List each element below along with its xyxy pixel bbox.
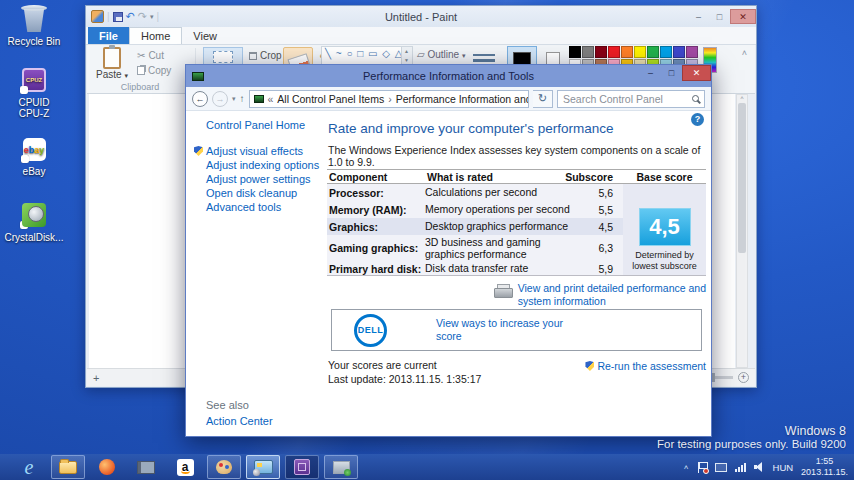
- back-button[interactable]: ←: [192, 91, 208, 107]
- taskbar-explorer-button[interactable]: [51, 455, 85, 479]
- cp-sidebar: Control Panel Home Adjust visual effects…: [186, 111, 324, 436]
- print-details-link[interactable]: View and print detailed performance and …: [494, 282, 706, 308]
- cp-title-bar: Performance Information and Tools – □ ✕: [186, 65, 711, 87]
- palette-color[interactable]: [686, 46, 698, 58]
- maximize-button[interactable]: □: [709, 9, 730, 24]
- palette-color[interactable]: [621, 46, 633, 58]
- scroll-up-icon[interactable]: ˄: [737, 95, 747, 101]
- taskbar-movie-maker-button[interactable]: [129, 455, 163, 479]
- palette-color[interactable]: [595, 46, 607, 58]
- crop-button[interactable]: Crop: [249, 50, 282, 61]
- palette-color[interactable]: [608, 46, 620, 58]
- desktop-icon-ebay[interactable]: ebay eBay: [2, 138, 66, 177]
- desktop: Recycle Bin CPUZ CPUID CPU-Z ebay eBay C…: [0, 0, 854, 480]
- search-icon[interactable]: [692, 95, 699, 102]
- control-panel-icon: [254, 460, 273, 474]
- collapse-ribbon-icon[interactable]: ˄: [742, 48, 747, 58]
- help-icon[interactable]: ?: [691, 113, 704, 126]
- tab-view[interactable]: View: [182, 27, 228, 44]
- sidebar-item-adjust-visual-effects[interactable]: Adjust visual effects: [194, 145, 303, 157]
- taskbar-paint-button[interactable]: [207, 455, 241, 479]
- breadcrumb-item[interactable]: All Control Panel Items: [277, 93, 384, 105]
- palette-color[interactable]: [569, 46, 581, 58]
- action-center-flag-icon[interactable]: [697, 462, 707, 473]
- desktop-icon-label: CPUID: [2, 97, 66, 108]
- desktop-icon-cpuz[interactable]: CPUZ CPUID CPU-Z: [2, 68, 66, 119]
- recent-pages-icon[interactable]: ▾: [232, 95, 236, 103]
- intro-text: The Windows Experience Index assesses ke…: [328, 144, 706, 168]
- tab-home[interactable]: Home: [129, 27, 182, 44]
- close-button[interactable]: ✕: [730, 9, 756, 24]
- tray-clock[interactable]: 1:55 2013.11.15.: [801, 456, 848, 478]
- taskbar-media-player-button[interactable]: [90, 455, 124, 479]
- copy-button[interactable]: Copy: [137, 65, 171, 76]
- action-center-link[interactable]: Action Center: [206, 415, 273, 427]
- search-input[interactable]: Search Control Panel: [557, 90, 705, 108]
- breadcrumb-item[interactable]: Performance Information and Tools: [396, 93, 529, 105]
- palette-color[interactable]: [660, 46, 672, 58]
- cpuz-icon: [294, 459, 310, 475]
- paint-window-title: Untitled - Paint: [86, 11, 756, 23]
- network-signal-icon[interactable]: [735, 462, 746, 472]
- cp-navigation-bar: ← → ▾ ↑ « All Control Panel Items › Perf…: [186, 87, 711, 111]
- base-score-panel: 4,5 Determined by lowest subscore: [623, 184, 706, 275]
- language-indicator[interactable]: HUN: [773, 462, 794, 473]
- volume-icon[interactable]: [754, 462, 765, 472]
- cut-button[interactable]: ✂ Cut: [137, 50, 164, 61]
- wei-table-header: Component What is rated Subscore Base sc…: [327, 169, 706, 184]
- desktop-icon-recycle-bin[interactable]: Recycle Bin: [2, 6, 66, 47]
- desktop-icon-crystaldisk[interactable]: CrystalDisk...: [2, 203, 66, 243]
- outline-dropdown[interactable]: ▱ Outline ▾: [417, 49, 465, 60]
- palette-color[interactable]: [582, 46, 594, 58]
- base-score-note: Determined by lowest subscore: [623, 250, 706, 272]
- desktop-icon-label: Recycle Bin: [2, 36, 66, 47]
- printer-icon: [494, 284, 511, 297]
- search-placeholder: Search Control Panel: [563, 93, 663, 105]
- system-tray: ˄ HUN 1:55 2013.11.15.: [684, 456, 854, 478]
- refresh-button[interactable]: ↻: [533, 90, 553, 108]
- breadcrumb-separator-icon: ›: [388, 93, 392, 105]
- increase-score-link[interactable]: View ways to increase your score: [436, 317, 563, 343]
- cp-window-title: Performance Information and Tools: [186, 70, 711, 82]
- canvas-vertical-scrollbar[interactable]: ˄: [736, 94, 748, 368]
- minimize-button[interactable]: –: [640, 65, 661, 81]
- sidebar-item-control-panel-home[interactable]: Control Panel Home: [206, 119, 305, 131]
- performance-window: Performance Information and Tools – □ ✕ …: [185, 64, 712, 437]
- last-update-text: Last update: 2013.11.15. 1:35:17: [328, 373, 481, 387]
- sidebar-item-advanced-tools[interactable]: Advanced tools: [206, 201, 281, 213]
- taskbar-control-panel-button[interactable]: [246, 455, 280, 479]
- installer-icon: [333, 461, 350, 474]
- cursor-position-icon: +: [93, 372, 99, 384]
- table-row-gaming-graphics: Gaming graphics: 3D business and gaming …: [327, 235, 623, 261]
- base-score-value: 4,5: [639, 208, 691, 246]
- taskbar-amazon-button[interactable]: a: [168, 455, 202, 479]
- palette-color[interactable]: [634, 46, 646, 58]
- up-button[interactable]: ↑: [240, 93, 245, 104]
- minimize-button[interactable]: –: [688, 9, 709, 24]
- recycle-bin-icon: [21, 6, 47, 33]
- palette-color[interactable]: [673, 46, 685, 58]
- subscore-value: 5,9: [577, 263, 613, 275]
- maximize-button[interactable]: □: [661, 65, 682, 81]
- taskbar-ie-button[interactable]: e: [12, 455, 46, 479]
- see-also-label: See also: [206, 399, 249, 411]
- show-hidden-icons-icon[interactable]: ˄: [684, 463, 689, 472]
- zoom-in-icon[interactable]: +: [738, 372, 749, 383]
- taskbar-installer-button[interactable]: [324, 455, 358, 479]
- palette-color[interactable]: [647, 46, 659, 58]
- sidebar-item-adjust-power-settings[interactable]: Adjust power settings: [206, 173, 311, 185]
- sidebar-item-open-disk-cleanup[interactable]: Open disk cleanup: [206, 187, 297, 199]
- address-bar[interactable]: « All Control Panel Items › Performance …: [249, 90, 529, 108]
- tab-file[interactable]: File: [88, 27, 129, 44]
- taskbar-cpuz-button[interactable]: [285, 455, 319, 479]
- subscore-value: 5,5: [577, 204, 613, 216]
- sidebar-item-adjust-indexing-options[interactable]: Adjust indexing options: [206, 159, 319, 171]
- rerun-assessment-link[interactable]: Re-run the assessment: [585, 360, 706, 372]
- uac-shield-icon: [194, 146, 203, 156]
- cp-caption-buttons: – □ ✕: [640, 65, 711, 87]
- scrollbar-thumb[interactable]: [738, 103, 746, 253]
- close-button[interactable]: ✕: [682, 65, 711, 81]
- paint-title-bar: | ↶ ↷ ▾ | Untitled - Paint – □ ✕: [86, 6, 756, 27]
- forward-button[interactable]: →: [212, 91, 228, 107]
- display-tray-icon[interactable]: [715, 463, 727, 472]
